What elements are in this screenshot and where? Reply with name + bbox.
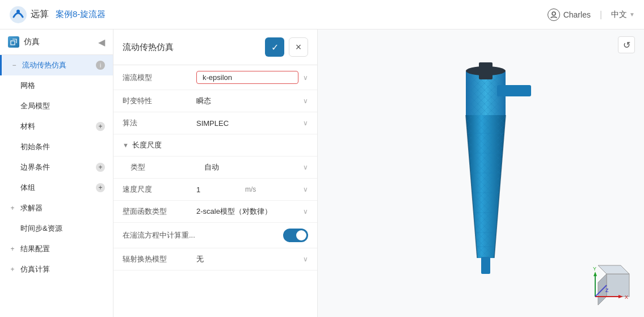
logo-text: 远算 (31, 9, 49, 20)
svg-text:X: X (625, 294, 628, 300)
info-icon[interactable]: i (96, 61, 105, 70)
time-variation-select[interactable]: 瞬态 (196, 96, 211, 106)
language-label: 中文 (611, 10, 627, 20)
user-area[interactable]: Charles (548, 9, 591, 21)
turbulence-eq-row: 在湍流方程中计算重... (113, 223, 317, 248)
confirm-button[interactable]: ✓ (265, 37, 284, 57)
user-name: Charles (563, 10, 591, 19)
logo-icon (9, 6, 27, 24)
velocity-scale-value[interactable]: 1 m/s ∨ (196, 185, 308, 194)
length-scale-section[interactable]: ▼ 长度尺度 (113, 134, 317, 157)
wall-fn-label: 壁面函数类型 (123, 206, 196, 217)
add-boundary-button[interactable]: + (96, 163, 105, 172)
algorithm-row: 算法 SIMPLEC ∨ (113, 112, 317, 134)
algorithm-value[interactable]: SIMPLEC ∨ (196, 119, 308, 128)
svg-point-1 (16, 10, 20, 13)
svg-rect-17 (607, 274, 629, 297)
sidebar-item-material[interactable]: 材料 + (0, 116, 113, 137)
user-avatar-icon (548, 9, 560, 21)
sidebar-item-boundary-condition[interactable]: 边界条件 + (0, 157, 113, 177)
sidebar-item-time-step[interactable]: 时间步&资源 (0, 218, 113, 239)
project-title: 案例8-旋流器 (56, 9, 106, 20)
sidebar-item-label: 时间步&资源 (20, 223, 105, 234)
type-row: 类型 自动 ∨ (113, 157, 317, 179)
cube-icon (8, 36, 19, 48)
panel-header: 流动传热仿真 ✓ × (113, 29, 317, 65)
sidebar-title: 仿真 (24, 37, 40, 47)
sidebar-item-mesh[interactable]: 网格 (0, 75, 113, 96)
algorithm-label: 算法 (123, 118, 196, 128)
svg-marker-19 (598, 265, 629, 274)
velocity-unit: m/s (245, 185, 256, 193)
sidebar-header: 仿真 ◀ (0, 29, 113, 55)
section-label: 长度尺度 (132, 140, 162, 150)
svg-text:Y: Y (593, 266, 596, 272)
sidebar-item-label: 结果配置 (20, 244, 105, 254)
app-header: 远算 案例8-旋流器 Charles | 中文 ▼ (0, 0, 644, 29)
type-label: 类型 (131, 162, 204, 172)
sidebar-item-solver[interactable]: + 求解器 (0, 198, 113, 218)
chevron-down-icon: ∨ (303, 208, 308, 215)
sidebar: 仿真 ◀ − 流动传热仿真 i 网格 全局模型 材料 + 初始条件 边界条件 +… (0, 29, 113, 317)
settings-panel: 流动传热仿真 ✓ × 湍流模型 k-epsilon ∨ 时变特性 瞬态 ∨ 算法 (113, 29, 318, 317)
sidebar-item-result-config[interactable]: + 结果配置 (0, 239, 113, 259)
sidebar-item-initial-condition[interactable]: 初始条件 (0, 137, 113, 157)
sidebar-item-sim-compute[interactable]: + 仿真计算 (0, 259, 113, 280)
turbulence-model-select[interactable]: k-epsilon (196, 71, 298, 84)
svg-point-2 (552, 12, 555, 15)
algorithm-select[interactable]: SIMPLEC (196, 119, 229, 128)
sidebar-item-label: 求解器 (20, 203, 105, 213)
sidebar-item-label: 流动传热仿真 (22, 60, 92, 70)
close-button[interactable]: × (289, 37, 308, 57)
divider: | (600, 10, 602, 20)
svg-rect-5 (497, 85, 531, 96)
language-selector[interactable]: 中文 ▼ (611, 10, 635, 20)
radiation-model-select[interactable]: 无 (196, 254, 204, 264)
plus-icon: + (8, 265, 17, 273)
sidebar-item-label: 体组 (20, 183, 92, 193)
turbulence-eq-toggle-container (196, 229, 308, 242)
refresh-button[interactable]: ↺ (618, 36, 635, 53)
type-select[interactable]: 自动 (204, 162, 219, 172)
wall-fn-select[interactable]: 2-scale模型（对数律） (196, 206, 272, 217)
wall-fn-value[interactable]: 2-scale模型（对数律） ∨ (196, 206, 308, 217)
radiation-model-label: 辐射换热模型 (123, 254, 196, 264)
toggle-switch[interactable] (283, 229, 308, 242)
turbulence-eq-toggle[interactable] (283, 229, 308, 242)
3d-viewport: ↺ (318, 29, 644, 317)
outlet-tube (479, 62, 493, 79)
wall-fn-row: 壁面函数类型 2-scale模型（对数律） ∨ (113, 201, 317, 223)
add-volume-button[interactable]: + (96, 183, 105, 192)
cyclone-svg (406, 60, 565, 298)
velocity-scale-row: 速度尺度 1 m/s ∨ (113, 179, 317, 201)
time-variation-value[interactable]: 瞬态 ∨ (196, 96, 308, 106)
sidebar-item-label: 仿真计算 (20, 264, 105, 274)
radiation-model-value[interactable]: 无 ∨ (196, 254, 308, 264)
axes-widget: Y X Z (590, 263, 635, 308)
chevron-down-icon: ∨ (303, 119, 308, 127)
logo: 远算 (9, 6, 49, 24)
sidebar-item-label: 材料 (20, 121, 92, 132)
sidebar-item-volume-group[interactable]: 体组 + (0, 177, 113, 198)
velocity-scale-label: 速度尺度 (123, 184, 196, 195)
svg-text:Z: Z (605, 288, 609, 293)
add-material-button[interactable]: + (96, 122, 105, 131)
sidebar-item-simulation[interactable]: − 流动传热仿真 i (0, 55, 113, 75)
radiation-model-row: 辐射换热模型 无 ∨ (113, 248, 317, 270)
turbulence-model-value[interactable]: k-epsilon ∨ (196, 71, 308, 84)
lang-chevron-icon: ▼ (629, 11, 635, 18)
header-left: 远算 案例8-旋流器 (9, 6, 106, 24)
header-right: Charles | 中文 ▼ (548, 9, 635, 21)
svg-point-0 (10, 6, 27, 23)
chevron-down-icon: ∨ (303, 185, 308, 193)
velocity-scale-input[interactable]: 1 (196, 185, 200, 194)
svg-rect-3 (11, 41, 15, 45)
plus-icon: + (8, 245, 17, 253)
type-value[interactable]: 自动 ∨ (204, 162, 308, 172)
sidebar-item-global-model[interactable]: 全局模型 (0, 96, 113, 116)
section-chevron-icon: ▼ (123, 142, 129, 149)
time-variation-label: 时变特性 (123, 96, 196, 106)
main-content: 仿真 ◀ − 流动传热仿真 i 网格 全局模型 材料 + 初始条件 边界条件 +… (0, 29, 644, 317)
sidebar-item-label: 网格 (20, 81, 105, 91)
sidebar-collapse-button[interactable]: ◀ (98, 37, 105, 48)
